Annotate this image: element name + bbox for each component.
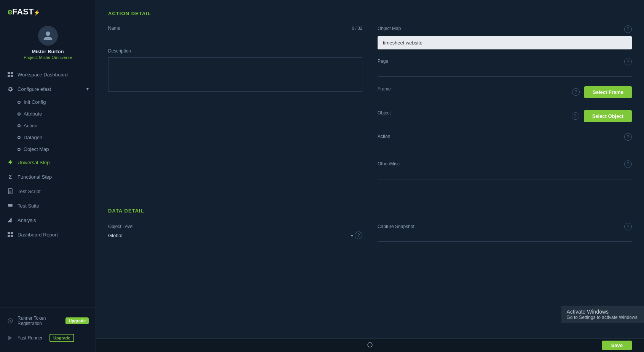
object-level-select[interactable]: Global Local xyxy=(108,231,352,240)
svg-rect-9 xyxy=(8,205,13,206)
sidebar-label-action: Action xyxy=(24,123,37,128)
sidebar-label-init-config: Init Config xyxy=(24,99,46,105)
object-level-help-icon[interactable]: ? xyxy=(355,231,362,239)
svg-rect-17 xyxy=(8,235,10,237)
sidebar-nav: Workspace Dashboard Configure efast ▾ In… xyxy=(0,66,96,308)
name-field-group: Name 0 / 32 xyxy=(108,25,362,42)
logo: eFAST⚡ xyxy=(8,7,40,17)
grid-icon xyxy=(7,71,14,78)
sidebar-item-datagen[interactable]: Datagen xyxy=(18,132,96,143)
runner-token-label: Runner Token Registration xyxy=(18,316,59,326)
sidebar-item-test-script[interactable]: Test Script xyxy=(0,184,96,198)
other-misc-help-icon[interactable]: ? xyxy=(624,160,632,168)
name-input[interactable] xyxy=(108,33,362,42)
name-counter: 0 / 32 xyxy=(352,26,362,30)
data-detail-section: DATA DETAIL Object Level Global Local ▾ … xyxy=(108,200,632,242)
action-row: Action ? xyxy=(378,133,632,152)
page-input[interactable] xyxy=(378,68,632,77)
description-label: Description xyxy=(108,48,362,54)
user-profile: Mister Burton Project: Mister Omniverse xyxy=(0,21,96,66)
sidebar-item-action[interactable]: Action xyxy=(18,120,96,132)
bottom-tabs xyxy=(359,339,381,351)
dot-icon xyxy=(18,124,21,127)
object-map-input[interactable] xyxy=(378,36,632,49)
dot-icon xyxy=(18,113,21,116)
sidebar-item-init-config[interactable]: Init Config xyxy=(18,96,96,108)
select-object-button[interactable]: Select Object xyxy=(584,110,632,122)
sidebar-label-functional-step: Functional Step xyxy=(18,174,52,180)
dot-icon xyxy=(18,148,21,151)
sigma-icon: Σ xyxy=(7,173,14,180)
capture-snapshot-help-icon[interactable]: ? xyxy=(624,223,632,230)
capture-snapshot-input[interactable] xyxy=(378,233,632,242)
svg-rect-16 xyxy=(11,232,13,234)
sidebar-item-analysis[interactable]: Analysis xyxy=(0,213,96,227)
object-map-help-icon[interactable]: ? xyxy=(624,25,632,33)
svg-rect-15 xyxy=(8,232,10,234)
configure-efast-submenu: Init Config Attribute Action Datagen Obj… xyxy=(0,96,96,155)
doc-icon xyxy=(7,188,14,195)
runner-token-upgrade-btn[interactable]: Upgrade xyxy=(65,317,89,324)
bottom-tab-1[interactable] xyxy=(359,339,381,351)
sidebar-item-functional-step[interactable]: Σ Functional Step xyxy=(0,170,96,184)
grid2-icon xyxy=(7,231,14,238)
svg-rect-0 xyxy=(8,72,10,74)
gear-icon xyxy=(7,86,14,92)
chevron-down-icon: ▾ xyxy=(86,86,89,92)
other-misc-input[interactable] xyxy=(378,170,632,179)
dot-icon xyxy=(18,101,21,104)
sidebar-item-universal-step[interactable]: Universal Step xyxy=(0,155,96,170)
action-label: Action xyxy=(378,134,390,139)
sidebar-item-dashboard-report[interactable]: Dashboard Report xyxy=(0,227,96,242)
other-misc-label: Other/Misc xyxy=(378,161,400,166)
svg-marker-21 xyxy=(8,336,12,340)
sidebar-item-object-map[interactable]: Object Map xyxy=(18,143,96,155)
windows-activate-banner: Activate Windows Go to Settings to activ… xyxy=(561,306,644,323)
windows-activate-sub: Go to Settings to activate Windows. xyxy=(567,315,639,320)
object-help-icon[interactable]: ? xyxy=(572,112,579,120)
svg-rect-14 xyxy=(11,218,12,222)
object-map-label: Object Map xyxy=(378,26,401,31)
sidebar-label-workspace-dashboard: Workspace Dashboard xyxy=(18,72,68,78)
bottom-bar: Save xyxy=(96,338,644,352)
svg-rect-8 xyxy=(8,204,13,205)
svg-point-22 xyxy=(368,342,372,347)
main-content: ACTION DETAIL Name 0 / 32 Description xyxy=(96,0,644,352)
sidebar-item-fast-runner[interactable]: Fast Runner Upgrade xyxy=(0,330,96,346)
svg-rect-13 xyxy=(10,219,11,222)
select-frame-button[interactable]: Select Frame xyxy=(584,86,632,98)
frame-label: Frame xyxy=(378,86,391,92)
token-icon xyxy=(7,317,14,324)
other-misc-row: Other/Misc ? xyxy=(378,160,632,179)
project-name: Project: Mister Omniverse xyxy=(24,55,72,60)
dot-icon xyxy=(18,136,21,139)
sidebar-item-configure-efast[interactable]: Configure efast ▾ xyxy=(0,82,96,96)
object-map-input-wrap xyxy=(378,36,632,49)
sidebar-item-runner-token[interactable]: Runner Token Registration Upgrade xyxy=(0,312,96,330)
svg-point-20 xyxy=(10,320,11,322)
action-detail-right: Object Map ? Page ? xyxy=(378,25,632,188)
name-label: Name xyxy=(108,25,120,31)
action-help-icon[interactable]: ? xyxy=(624,133,632,141)
sidebar-label-dashboard-report: Dashboard Report xyxy=(18,232,58,238)
sidebar-item-test-suite[interactable]: Test Suite xyxy=(0,198,96,213)
action-input[interactable] xyxy=(378,143,632,152)
fast-runner-label: Fast Runner xyxy=(18,335,43,341)
sidebar-label-analysis: Analysis xyxy=(18,217,36,223)
fast-runner-upgrade-btn[interactable]: Upgrade xyxy=(49,334,74,342)
sidebar-item-workspace-dashboard[interactable]: Workspace Dashboard xyxy=(0,67,96,82)
action-detail-grid: Name 0 / 32 Description Object Map xyxy=(108,25,632,188)
svg-rect-18 xyxy=(11,235,13,237)
frame-help-icon[interactable]: ? xyxy=(572,88,580,96)
description-textarea[interactable] xyxy=(108,57,362,92)
action-detail-title: ACTION DETAIL xyxy=(108,11,632,16)
fast-runner-icon xyxy=(7,335,14,341)
page-help-icon[interactable]: ? xyxy=(624,58,632,65)
svg-rect-2 xyxy=(8,75,10,77)
sidebar-item-attribute[interactable]: Attribute xyxy=(18,108,96,120)
sidebar-label-configure-efast: Configure efast xyxy=(18,86,51,92)
tab1-icon xyxy=(367,342,373,348)
user-icon xyxy=(43,30,53,41)
sidebar-label-attribute: Attribute xyxy=(24,111,42,117)
save-button[interactable]: Save xyxy=(602,341,632,350)
